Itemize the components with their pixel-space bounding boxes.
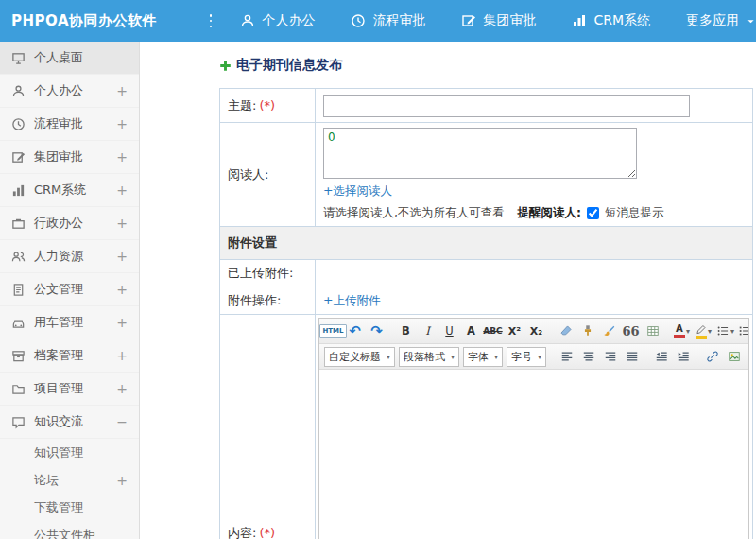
indent-button[interactable] <box>673 347 693 367</box>
remove-format-button[interactable] <box>556 322 576 341</box>
expand-toggle[interactable]: + <box>116 348 128 363</box>
bold-button[interactable]: B <box>396 322 416 341</box>
align-justify-button[interactable] <box>622 347 642 367</box>
sidebar-item-label: 用车管理 <box>34 314 116 331</box>
heading-select[interactable]: 自定义标题▾ <box>324 347 395 367</box>
subject-input[interactable] <box>323 95 690 117</box>
sidebar-item-document-mgmt[interactable]: 公文管理 + <box>0 273 139 306</box>
sidebar-item-project-mgmt[interactable]: 项目管理 + <box>0 373 139 406</box>
sidebar-item-personal-office[interactable]: 个人办公 + <box>0 75 139 108</box>
sms-notify-checkbox[interactable] <box>587 207 599 219</box>
insert-link-button[interactable] <box>702 347 722 367</box>
editor-content-area[interactable] <box>319 370 748 539</box>
paragraph-format-select[interactable]: 段落格式▾ <box>399 347 459 367</box>
fore-color-button[interactable]: A ▾ <box>672 322 692 341</box>
expand-toggle[interactable]: + <box>116 116 128 131</box>
sidebar-item-crm-system[interactable]: CRM系统 + <box>0 174 139 207</box>
sidebar-item-group-approval[interactable]: 集团审批 + <box>0 141 139 174</box>
format-brush-button[interactable] <box>577 322 597 341</box>
expand-toggle[interactable]: + <box>116 315 128 330</box>
sidebar-item-label: 个人桌面 <box>34 49 116 66</box>
expand-toggle[interactable]: + <box>116 473 128 488</box>
blockquote-button[interactable]: 66 <box>621 322 641 341</box>
subject-row: 主题:(*) <box>220 89 753 123</box>
align-left-button[interactable] <box>557 347 576 367</box>
attachment-op-row: 附件操作: +上传附件 <box>220 287 753 315</box>
insert-table-button[interactable] <box>643 322 662 341</box>
content-row: 内容:(*) HTML ↶ ↷ B I U A ABC <box>220 315 753 539</box>
redo-button[interactable]: ↷ <box>367 322 387 341</box>
collapse-toggle[interactable]: − <box>116 414 128 429</box>
caret-down-icon: ▾ <box>686 327 690 336</box>
expand-toggle[interactable]: + <box>116 149 128 165</box>
nav-crm-system[interactable]: CRM系统 <box>572 12 650 29</box>
pen-icon <box>696 324 707 335</box>
top-header: PHPOA协同办公软件 个人办公 流程审批 集团审批 CRM系统 更多应用 <box>0 0 756 42</box>
align-right-button[interactable] <box>600 347 620 367</box>
person-icon <box>240 13 255 28</box>
list-ol-icon <box>738 324 748 338</box>
sidebar-item-admin-office[interactable]: 行政办公 + <box>0 207 139 240</box>
nav-label: CRM系统 <box>593 12 650 29</box>
strikethrough-button[interactable]: ABC <box>483 322 503 341</box>
sidebar-item-vehicle-mgmt[interactable]: 用车管理 + <box>0 306 139 339</box>
nav-more-apps[interactable]: 更多应用 <box>686 12 756 29</box>
html-source-button[interactable]: HTML <box>323 322 343 341</box>
sidebar-item-personal-desktop[interactable]: 个人桌面 <box>0 42 139 75</box>
outdent-button[interactable] <box>651 347 671 367</box>
nav-personal-office[interactable]: 个人办公 <box>240 12 315 29</box>
sidebar-item-archive-mgmt[interactable]: 档案管理 + <box>0 339 139 373</box>
page-title-text: 电子期刊信息发布 <box>236 57 342 74</box>
nav-label: 更多应用 <box>686 12 739 29</box>
hilite-color-button[interactable]: ▾ <box>694 322 713 341</box>
expand-toggle[interactable]: + <box>116 83 128 98</box>
hamburger-menu-icon[interactable] <box>210 14 212 27</box>
nav-group-approval[interactable]: 集团审批 <box>461 12 536 29</box>
underline-button[interactable]: U <box>439 322 459 341</box>
sidebar-subitem-public-file-cabinet[interactable]: 公共文件柜 <box>0 521 139 539</box>
edit-icon <box>461 13 476 28</box>
nav-workflow-approval[interactable]: 流程审批 <box>351 12 425 29</box>
expand-toggle[interactable]: + <box>116 282 128 297</box>
expand-toggle[interactable]: + <box>116 249 128 264</box>
sidebar-subitem-forum[interactable]: 论坛 + <box>0 466 139 494</box>
desktop-icon <box>11 51 26 65</box>
caret-down-icon: ▾ <box>538 353 541 361</box>
link-icon <box>706 350 719 363</box>
fill-color-button[interactable] <box>599 322 619 341</box>
select-readers-link[interactable]: +选择阅读人 <box>323 183 392 200</box>
font-size-select[interactable]: 字号▾ <box>507 347 546 367</box>
sidebar-item-label: 个人办公 <box>34 82 116 99</box>
font-button[interactable]: A <box>461 322 481 341</box>
align-right-icon <box>604 350 617 363</box>
caret-down-icon: ▾ <box>451 353 455 361</box>
sidebar-subitem-knowledge-mgmt[interactable]: 知识管理 <box>0 439 139 466</box>
italic-button[interactable]: I <box>418 322 438 341</box>
sidebar-subitem-download-mgmt[interactable]: 下载管理 <box>0 494 139 521</box>
top-nav: 个人办公 流程审批 集团审批 CRM系统 更多应用 <box>240 12 756 29</box>
font-family-select[interactable]: 字体▾ <box>463 347 503 367</box>
expand-toggle[interactable]: + <box>116 183 128 198</box>
caret-down-icon: ▾ <box>494 353 498 361</box>
sidebar-item-workflow-approval[interactable]: 流程审批 + <box>0 108 139 141</box>
sidebar-item-hr[interactable]: 人力资源 + <box>0 240 139 273</box>
subscript-button[interactable]: X₂ <box>526 322 546 341</box>
sidebar-item-label: 流程审批 <box>34 115 116 132</box>
expand-toggle[interactable]: + <box>116 216 128 231</box>
readers-textarea[interactable]: 0 <box>323 128 637 179</box>
superscript-button[interactable]: X² <box>505 322 524 341</box>
align-center-button[interactable] <box>578 347 598 367</box>
ordered-list-button[interactable]: ▾ <box>737 322 748 341</box>
unordered-list-button[interactable]: ▾ <box>715 322 735 341</box>
upload-attachment-link[interactable]: +上传附件 <box>323 293 380 309</box>
page-title: 电子期刊信息发布 <box>219 57 756 74</box>
sidebar-item-label: CRM系统 <box>34 182 116 199</box>
insert-media-button[interactable] <box>746 347 748 367</box>
clock-icon <box>11 117 26 131</box>
attachment-section-row: 附件设置 <box>220 227 753 260</box>
sidebar-item-knowledge-exchange[interactable]: 知识交流 − <box>0 406 139 439</box>
undo-button[interactable]: ↶ <box>345 322 365 341</box>
insert-image-button[interactable] <box>724 347 744 367</box>
rich-text-editor: HTML ↶ ↷ B I U A ABC X² X₂ <box>318 318 749 539</box>
expand-toggle[interactable]: + <box>116 381 128 396</box>
